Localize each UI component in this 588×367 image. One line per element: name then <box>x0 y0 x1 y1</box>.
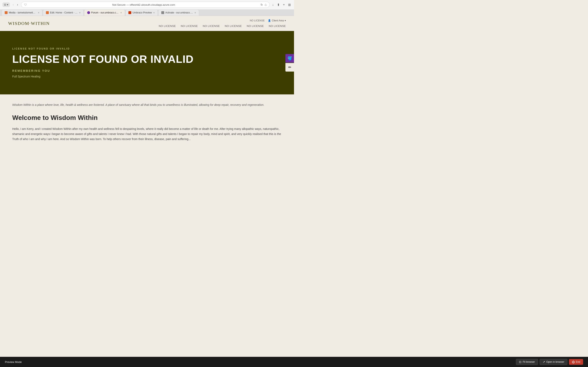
header-top: NO LICENSE 👤 Client Area ▾ <box>250 19 286 22</box>
intro-text: Wisdom Within is a place where love, lif… <box>12 103 282 108</box>
site-nav: NO LICENSE NO LICENSE NO LICENSE NO LICE… <box>159 25 286 27</box>
home-button[interactable]: ⌂ <box>265 3 267 7</box>
site-header: WISDOM·WITHIN NO LICENSE 👤 Client Area ▾… <box>0 16 294 31</box>
hero-description: Full Spectrum Healing <box>12 75 282 78</box>
tab-close-umbraco[interactable]: ✕ <box>153 12 155 14</box>
nav-item-4[interactable]: NO LICENSE <box>225 25 242 27</box>
download-button[interactable]: ↓ <box>271 2 275 7</box>
content-section: Wisdom Within is a place where love, lif… <box>0 94 294 150</box>
body-text: Hello, I am Kerry, and I created Wisdom … <box>12 126 282 142</box>
welcome-title: Welcome to Wisdom Within <box>12 114 282 122</box>
client-area-link[interactable]: 👤 Client Area ▾ <box>268 19 286 22</box>
no-license-top: NO LICENSE <box>250 19 265 22</box>
address-text: Not Secure — offworld2.uksouth.cloudapp.… <box>29 3 259 6</box>
pencil-button[interactable]: ✏ <box>285 63 294 72</box>
browser-tabs: Media - iamwisdomwithin.com ✕ Edit: Home… <box>0 9 294 16</box>
share-button[interactable]: ⬆ <box>276 2 281 8</box>
tab-favicon-activate <box>161 11 164 14</box>
hero-title: LICENSE NOT FOUND OR INVALID <box>12 53 282 65</box>
tab-close-activate[interactable]: ✕ <box>194 12 196 14</box>
paint-bucket-button[interactable]: 🪣 <box>285 54 294 63</box>
side-buttons: 🪣 ✏ <box>285 54 294 72</box>
tab-edit[interactable]: Edit: Home - Content - offworld2.uksout.… <box>43 9 84 16</box>
tab-label-activate: Activate - our.umbraco.com <box>165 11 193 14</box>
tab-label-forum: Forum - our.umbraco.com <box>91 11 119 14</box>
tab-favicon-media <box>5 11 8 14</box>
sidebar-toggle-button[interactable]: ⊡ ▾ <box>2 2 10 7</box>
header-right: NO LICENSE 👤 Client Area ▾ NO LICENSE NO… <box>159 19 286 27</box>
tab-forum[interactable]: Forum - our.umbraco.com ✕ <box>84 9 125 16</box>
tab-label-media: Media - iamwisdomwithin.com <box>9 11 36 14</box>
nav-arrows: ‹ › <box>11 2 19 7</box>
sidebar-toggle-chevron: ▾ <box>7 3 8 6</box>
hero-section: LICENSE NOT FOUND OR INVALID LICENSE NOT… <box>0 31 294 94</box>
tab-close-forum[interactable]: ✕ <box>120 12 122 14</box>
browser-toolbar: ⊡ ▾ ‹ › 🛡 Not Secure — offworld2.uksouth… <box>0 0 294 9</box>
security-icon: 🛡 <box>24 3 27 6</box>
browser-chrome: ⊡ ▾ ‹ › 🛡 Not Secure — offworld2.uksouth… <box>0 0 294 16</box>
user-icon: 👤 <box>268 19 271 22</box>
new-tab-button[interactable]: + <box>282 2 286 7</box>
tab-label-edit: Edit: Home - Content - offworld2.uksout.… <box>50 11 78 14</box>
tab-umbraco[interactable]: Umbraco Preview ✕ <box>125 9 158 16</box>
nav-item-6[interactable]: NO LICENSE <box>269 25 286 27</box>
pencil-icon: ✏ <box>288 65 291 69</box>
forward-button[interactable]: › <box>16 2 19 7</box>
back-button[interactable]: ‹ <box>11 2 15 7</box>
nav-item-1[interactable]: NO LICENSE <box>159 25 176 27</box>
hero-tagline: REMEMBERING YOU <box>12 69 282 72</box>
hero-subtitle: LICENSE NOT FOUND OR INVALID <box>12 47 282 50</box>
website: WISDOM·WITHIN NO LICENSE 👤 Client Area ▾… <box>0 16 294 150</box>
tab-favicon-forum <box>87 11 90 14</box>
nav-item-2[interactable]: NO LICENSE <box>181 25 198 27</box>
sidebar-toggle-icon: ⊡ <box>4 3 6 6</box>
tab-media[interactable]: Media - iamwisdomwithin.com ✕ <box>2 9 43 16</box>
tab-favicon-umbraco <box>129 11 131 14</box>
tab-label-umbraco: Umbraco Preview <box>132 11 152 14</box>
grid-button[interactable]: ⊞ <box>287 2 292 8</box>
client-area-label: Client Area <box>272 19 284 22</box>
chevron-down-icon: ▾ <box>285 19 286 22</box>
reload-button[interactable]: ↻ <box>260 3 263 6</box>
tab-activate[interactable]: Activate - our.umbraco.com ✕ <box>158 9 199 16</box>
nav-item-3[interactable]: NO LICENSE <box>203 25 220 27</box>
nav-item-5[interactable]: NO LICENSE <box>247 25 264 27</box>
paint-bucket-icon: 🪣 <box>287 56 292 60</box>
tab-close-edit[interactable]: ✕ <box>79 12 81 14</box>
tab-close-media[interactable]: ✕ <box>38 12 39 14</box>
address-bar[interactable]: 🛡 Not Secure — offworld2.uksouth.cloudap… <box>21 2 270 8</box>
toolbar-actions: ↓ ⬆ + ⊞ <box>271 2 292 8</box>
tab-favicon-edit <box>46 11 49 14</box>
site-logo: WISDOM·WITHIN <box>8 21 50 26</box>
